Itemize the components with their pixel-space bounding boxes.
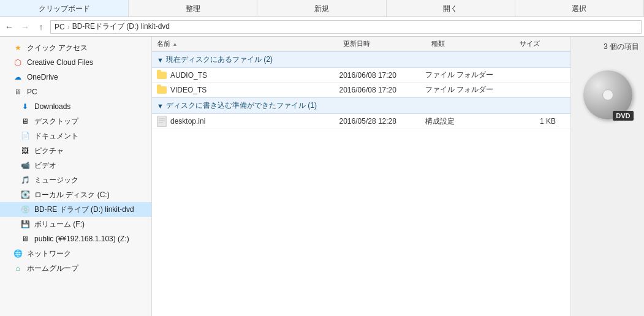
col-header-date[interactable]: 更新日時 — [338, 38, 426, 50]
dvd-container: DVD — [583, 70, 632, 119]
network-icon: 🌐 — [12, 248, 23, 259]
sidebar-item-bd-re[interactable]: 💿 BD-RE ドライブ (D:) linkit-dvd — [0, 202, 151, 217]
public-icon: 🖥 — [20, 233, 31, 244]
volume-f-icon: 💾 — [20, 219, 31, 230]
ini-file-icon — [157, 116, 167, 127]
folder-icon — [157, 86, 167, 94]
sidebar-item-label: OneDrive — [27, 73, 58, 81]
bd-re-icon: 💿 — [20, 204, 31, 215]
sidebar-item-documents[interactable]: 📄 ドキュメント — [0, 129, 151, 143]
sidebar-item-desktop[interactable]: 🖥 デスクトップ — [0, 114, 151, 129]
sidebar-item-label: クイック アクセス — [27, 43, 88, 53]
dvd-disc: DVD — [583, 70, 632, 119]
dvd-label: DVD — [613, 111, 633, 121]
file-date: 2016/06/08 17:20 — [339, 71, 425, 80]
local-disk-icon: 💽 — [20, 189, 31, 200]
sidebar-item-label: ローカル ディスク (C:) — [34, 190, 110, 200]
svg-rect-0 — [157, 116, 166, 127]
sidebar-item-pc[interactable]: 🖥 PC — [0, 85, 151, 99]
file-type: ファイル フォルダー — [425, 70, 511, 80]
file-name: desktop.ini — [170, 117, 205, 126]
file-name: VIDEO_TS — [170, 86, 206, 94]
sidebar-item-label: ドキュメント — [34, 131, 78, 141]
col-header-name[interactable]: 名前 ▲ — [152, 38, 338, 50]
file-type: ファイル フォルダー — [425, 85, 511, 95]
file-name-cell: VIDEO_TS — [157, 86, 339, 94]
group-label: 現在ディスクにあるファイル (2) — [166, 55, 273, 65]
file-date: 2016/06/08 17:20 — [339, 86, 425, 94]
sidebar-item-downloads[interactable]: ⬇ Downloads — [0, 99, 151, 114]
table-row[interactable]: VIDEO_TS 2016/06/08 17:20 ファイル フォルダー — [152, 83, 570, 97]
sidebar-item-label: Downloads — [34, 102, 70, 111]
group-header-ready[interactable]: ▼ ディスクに書き込む準備ができたファイル (1) — [152, 97, 570, 114]
file-size: 1 KB — [511, 117, 566, 126]
music-icon: 🎵 — [20, 175, 31, 186]
sidebar-item-quick-access[interactable]: ★ クイック アクセス — [0, 40, 151, 55]
table-row[interactable]: desktop.ini 2016/05/28 12:28 構成設定 1 KB — [152, 114, 570, 129]
sidebar: ★ クイック アクセス ⬡ Creative Cloud Files ☁ One… — [0, 37, 152, 316]
address-bar: ← → ↑ PC › BD-REドライブ (D:) linkit-dvd — [0, 17, 644, 37]
group-header-current[interactable]: ▼ 現在ディスクにあるファイル (2) — [152, 51, 570, 68]
videos-icon: 📹 — [20, 160, 31, 171]
ribbon-tab-clipboard[interactable]: クリップボード — [0, 0, 129, 17]
pictures-icon: 🖼 — [20, 145, 31, 156]
sidebar-item-volume-f[interactable]: 💾 ボリューム (F:) — [0, 217, 151, 231]
desktop-icon: 🖥 — [20, 116, 31, 127]
file-group-current: ▼ 現在ディスクにあるファイル (2) AUDIO_TS 2016/06/08 … — [152, 51, 570, 97]
back-button[interactable]: ← — [2, 20, 16, 34]
sidebar-item-label: ホームグループ — [27, 263, 78, 274]
sidebar-item-creative-cloud[interactable]: ⬡ Creative Cloud Files — [0, 55, 151, 70]
sidebar-item-label: ネットワーク — [27, 249, 71, 259]
file-type: 構成設定 — [425, 116, 511, 127]
sidebar-item-label: public (¥¥192.168.1.103) (Z:) — [34, 235, 129, 243]
group-label: ディスクに書き込む準備ができたファイル (1) — [166, 100, 317, 111]
sidebar-item-label: ピクチャ — [34, 146, 64, 156]
sidebar-item-network[interactable]: 🌐 ネットワーク — [0, 246, 151, 261]
sidebar-item-label: ビデオ — [34, 160, 56, 171]
col-header-type[interactable]: 種類 — [426, 38, 515, 50]
sidebar-item-local-disk[interactable]: 💽 ローカル ディスク (C:) — [0, 187, 151, 202]
breadcrumb-drive: BD-REドライブ (D:) linkit-dvd — [72, 21, 170, 32]
sidebar-item-label: PC — [27, 88, 37, 96]
ribbon-tab-select[interactable]: 選択 — [515, 0, 644, 17]
file-name: AUDIO_TS — [170, 71, 207, 80]
pc-icon: 🖥 — [12, 86, 23, 97]
documents-icon: 📄 — [20, 130, 31, 141]
sidebar-item-homegroup[interactable]: ⌂ ホームグループ — [0, 261, 151, 276]
breadcrumb-sep-1: › — [67, 23, 70, 31]
ribbon-tab-open[interactable]: 開く — [387, 0, 515, 17]
column-headers: 名前 ▲ 更新日時 種類 サイズ — [152, 37, 570, 51]
file-name-cell: desktop.ini — [157, 116, 339, 127]
folder-icon — [157, 72, 167, 79]
sidebar-item-label: BD-RE ドライブ (D:) linkit-dvd — [34, 205, 134, 215]
item-count: 3 個の項目 — [574, 42, 642, 52]
col-header-size[interactable]: サイズ — [515, 38, 570, 50]
file-date: 2016/05/28 12:28 — [339, 117, 425, 126]
quick-access-icon: ★ — [12, 42, 23, 53]
up-button[interactable]: ↑ — [34, 20, 48, 34]
sidebar-item-music[interactable]: 🎵 ミュージック — [0, 173, 151, 187]
ribbon-tab-manage[interactable]: 整理 — [129, 0, 257, 17]
breadcrumb-pc: PC — [55, 23, 65, 31]
ribbon: クリップボード 整理 新規 開く 選択 — [0, 0, 644, 17]
sidebar-item-videos[interactable]: 📹 ビデオ — [0, 158, 151, 173]
table-row[interactable]: AUDIO_TS 2016/06/08 17:20 ファイル フォルダー — [152, 68, 570, 83]
creative-cloud-icon: ⬡ — [12, 57, 23, 68]
homegroup-icon: ⌂ — [12, 263, 23, 274]
sidebar-item-public[interactable]: 🖥 public (¥¥192.168.1.103) (Z:) — [0, 231, 151, 246]
main-layout: ★ クイック アクセス ⬡ Creative Cloud Files ☁ One… — [0, 37, 644, 316]
sidebar-item-label: ボリューム (F:) — [34, 219, 85, 230]
file-group-ready: ▼ ディスクに書き込む準備ができたファイル (1) desktop.ini — [152, 97, 570, 129]
onedrive-icon: ☁ — [12, 72, 23, 83]
chevron-down-icon: ▼ — [157, 102, 164, 110]
forward-button[interactable]: → — [18, 20, 32, 34]
chevron-down-icon: ▼ — [157, 56, 164, 64]
sidebar-item-label: デスクトップ — [34, 116, 78, 127]
ribbon-tab-new[interactable]: 新規 — [257, 0, 386, 17]
sidebar-item-onedrive[interactable]: ☁ OneDrive — [0, 70, 151, 85]
breadcrumb[interactable]: PC › BD-REドライブ (D:) linkit-dvd — [50, 20, 642, 34]
sidebar-item-label: ミュージック — [34, 175, 78, 186]
sidebar-item-pictures[interactable]: 🖼 ピクチャ — [0, 143, 151, 158]
right-panel: 3 個の項目 DVD — [570, 37, 644, 316]
downloads-icon: ⬇ — [20, 101, 31, 112]
